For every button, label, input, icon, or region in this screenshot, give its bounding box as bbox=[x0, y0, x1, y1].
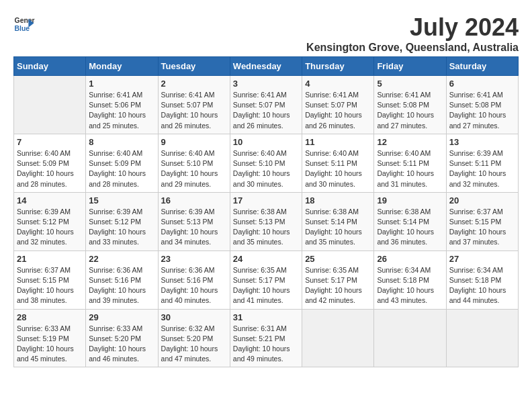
weekday-header-tuesday: Tuesday bbox=[158, 57, 230, 76]
day-number: 30 bbox=[161, 312, 227, 322]
day-number: 20 bbox=[449, 195, 515, 205]
day-number: 3 bbox=[233, 79, 299, 89]
day-info: Sunrise: 6:41 AM Sunset: 5:07 PM Dayligh… bbox=[161, 90, 227, 131]
calendar-cell: 30Sunrise: 6:32 AM Sunset: 5:20 PM Dayli… bbox=[158, 309, 230, 367]
weekday-header-thursday: Thursday bbox=[302, 57, 374, 76]
day-number: 4 bbox=[305, 79, 371, 89]
calendar-cell: 24Sunrise: 6:35 AM Sunset: 5:17 PM Dayli… bbox=[230, 250, 302, 309]
calendar-cell: 29Sunrise: 6:33 AM Sunset: 5:20 PM Dayli… bbox=[86, 309, 158, 367]
calendar-cell: 2Sunrise: 6:41 AM Sunset: 5:07 PM Daylig… bbox=[158, 76, 230, 134]
calendar-week-2: 7Sunrise: 6:40 AM Sunset: 5:09 PM Daylig… bbox=[14, 134, 519, 192]
weekday-header-friday: Friday bbox=[374, 57, 446, 76]
day-info: Sunrise: 6:40 AM Sunset: 5:11 PM Dayligh… bbox=[305, 148, 371, 189]
day-info: Sunrise: 6:36 AM Sunset: 5:16 PM Dayligh… bbox=[89, 265, 154, 306]
day-info: Sunrise: 6:37 AM Sunset: 5:15 PM Dayligh… bbox=[17, 265, 83, 306]
day-number: 25 bbox=[305, 254, 371, 264]
title-block: July 2024 Kensington Grove, Queensland, … bbox=[306, 13, 519, 54]
day-info: Sunrise: 6:39 AM Sunset: 5:13 PM Dayligh… bbox=[161, 207, 227, 248]
day-info: Sunrise: 6:39 AM Sunset: 5:11 PM Dayligh… bbox=[449, 148, 515, 189]
calendar-cell: 1Sunrise: 6:41 AM Sunset: 5:06 PM Daylig… bbox=[86, 76, 158, 134]
day-info: Sunrise: 6:41 AM Sunset: 5:07 PM Dayligh… bbox=[305, 90, 371, 131]
day-number: 29 bbox=[89, 312, 154, 322]
day-info: Sunrise: 6:39 AM Sunset: 5:12 PM Dayligh… bbox=[89, 207, 154, 248]
calendar-cell: 22Sunrise: 6:36 AM Sunset: 5:16 PM Dayli… bbox=[86, 250, 158, 309]
day-info: Sunrise: 6:34 AM Sunset: 5:18 PM Dayligh… bbox=[377, 265, 443, 306]
calendar-cell: 6Sunrise: 6:41 AM Sunset: 5:08 PM Daylig… bbox=[446, 76, 518, 134]
calendar-cell: 19Sunrise: 6:38 AM Sunset: 5:14 PM Dayli… bbox=[374, 192, 446, 250]
day-number: 31 bbox=[233, 312, 299, 322]
calendar-cell bbox=[446, 309, 518, 367]
calendar-week-3: 14Sunrise: 6:39 AM Sunset: 5:12 PM Dayli… bbox=[14, 192, 519, 250]
day-number: 10 bbox=[233, 137, 299, 147]
calendar-table: SundayMondayTuesdayWednesdayThursdayFrid… bbox=[13, 56, 519, 367]
calendar-cell: 5Sunrise: 6:41 AM Sunset: 5:08 PM Daylig… bbox=[374, 76, 446, 134]
calendar-cell: 17Sunrise: 6:38 AM Sunset: 5:13 PM Dayli… bbox=[230, 192, 302, 250]
day-info: Sunrise: 6:41 AM Sunset: 5:07 PM Dayligh… bbox=[233, 90, 299, 131]
day-number: 27 bbox=[449, 254, 515, 264]
calendar-cell: 16Sunrise: 6:39 AM Sunset: 5:13 PM Dayli… bbox=[158, 192, 230, 250]
day-number: 7 bbox=[17, 137, 83, 147]
location-subtitle: Kensington Grove, Queensland, Australia bbox=[306, 42, 519, 54]
calendar-cell: 31Sunrise: 6:31 AM Sunset: 5:21 PM Dayli… bbox=[230, 309, 302, 367]
calendar-cell: 20Sunrise: 6:37 AM Sunset: 5:15 PM Dayli… bbox=[446, 192, 518, 250]
calendar-cell: 25Sunrise: 6:35 AM Sunset: 5:17 PM Dayli… bbox=[302, 250, 374, 309]
page-header: General Blue July 2024 Kensington Grove,… bbox=[13, 13, 519, 54]
calendar-cell: 13Sunrise: 6:39 AM Sunset: 5:11 PM Dayli… bbox=[446, 134, 518, 192]
day-number: 19 bbox=[377, 195, 443, 205]
calendar-cell bbox=[374, 309, 446, 367]
day-info: Sunrise: 6:39 AM Sunset: 5:12 PM Dayligh… bbox=[17, 207, 83, 248]
day-number: 13 bbox=[449, 137, 515, 147]
day-number: 24 bbox=[233, 254, 299, 264]
day-number: 14 bbox=[17, 195, 83, 205]
day-info: Sunrise: 6:34 AM Sunset: 5:18 PM Dayligh… bbox=[449, 265, 515, 306]
day-info: Sunrise: 6:41 AM Sunset: 5:08 PM Dayligh… bbox=[449, 90, 515, 131]
day-info: Sunrise: 6:35 AM Sunset: 5:17 PM Dayligh… bbox=[305, 265, 371, 306]
calendar-cell: 3Sunrise: 6:41 AM Sunset: 5:07 PM Daylig… bbox=[230, 76, 302, 134]
day-info: Sunrise: 6:31 AM Sunset: 5:21 PM Dayligh… bbox=[233, 324, 299, 365]
day-info: Sunrise: 6:33 AM Sunset: 5:19 PM Dayligh… bbox=[17, 324, 83, 365]
day-number: 26 bbox=[377, 254, 443, 264]
day-info: Sunrise: 6:32 AM Sunset: 5:20 PM Dayligh… bbox=[161, 324, 227, 365]
calendar-cell bbox=[302, 309, 374, 367]
calendar-cell: 11Sunrise: 6:40 AM Sunset: 5:11 PM Dayli… bbox=[302, 134, 374, 192]
day-info: Sunrise: 6:40 AM Sunset: 5:11 PM Dayligh… bbox=[377, 148, 443, 189]
calendar-cell: 7Sunrise: 6:40 AM Sunset: 5:09 PM Daylig… bbox=[14, 134, 86, 192]
day-number: 23 bbox=[161, 254, 227, 264]
weekday-header-monday: Monday bbox=[86, 57, 158, 76]
day-info: Sunrise: 6:33 AM Sunset: 5:20 PM Dayligh… bbox=[89, 324, 154, 365]
day-number: 21 bbox=[17, 254, 83, 264]
day-number: 17 bbox=[233, 195, 299, 205]
day-number: 16 bbox=[161, 195, 227, 205]
calendar-cell: 14Sunrise: 6:39 AM Sunset: 5:12 PM Dayli… bbox=[14, 192, 86, 250]
calendar-cell: 15Sunrise: 6:39 AM Sunset: 5:12 PM Dayli… bbox=[86, 192, 158, 250]
calendar-week-4: 21Sunrise: 6:37 AM Sunset: 5:15 PM Dayli… bbox=[14, 250, 519, 309]
calendar-cell: 27Sunrise: 6:34 AM Sunset: 5:18 PM Dayli… bbox=[446, 250, 518, 309]
day-number: 5 bbox=[377, 79, 443, 89]
day-number: 12 bbox=[377, 137, 443, 147]
day-info: Sunrise: 6:38 AM Sunset: 5:13 PM Dayligh… bbox=[233, 207, 299, 248]
calendar-cell: 18Sunrise: 6:38 AM Sunset: 5:14 PM Dayli… bbox=[302, 192, 374, 250]
calendar-cell: 8Sunrise: 6:40 AM Sunset: 5:09 PM Daylig… bbox=[86, 134, 158, 192]
svg-text:Blue: Blue bbox=[15, 25, 30, 32]
calendar-cell: 23Sunrise: 6:36 AM Sunset: 5:16 PM Dayli… bbox=[158, 250, 230, 309]
day-info: Sunrise: 6:40 AM Sunset: 5:10 PM Dayligh… bbox=[161, 148, 227, 189]
day-info: Sunrise: 6:36 AM Sunset: 5:16 PM Dayligh… bbox=[161, 265, 227, 306]
logo-icon: General Blue bbox=[13, 13, 35, 35]
day-number: 22 bbox=[89, 254, 154, 264]
weekday-header-wednesday: Wednesday bbox=[230, 57, 302, 76]
calendar-cell: 9Sunrise: 6:40 AM Sunset: 5:10 PM Daylig… bbox=[158, 134, 230, 192]
calendar-cell bbox=[14, 76, 86, 134]
weekday-header-sunday: Sunday bbox=[14, 57, 86, 76]
day-number: 1 bbox=[89, 79, 154, 89]
day-number: 8 bbox=[89, 137, 154, 147]
calendar-cell: 12Sunrise: 6:40 AM Sunset: 5:11 PM Dayli… bbox=[374, 134, 446, 192]
day-info: Sunrise: 6:40 AM Sunset: 5:09 PM Dayligh… bbox=[17, 148, 83, 189]
day-info: Sunrise: 6:35 AM Sunset: 5:17 PM Dayligh… bbox=[233, 265, 299, 306]
day-info: Sunrise: 6:41 AM Sunset: 5:08 PM Dayligh… bbox=[377, 90, 443, 131]
weekday-header-saturday: Saturday bbox=[446, 57, 518, 76]
day-number: 15 bbox=[89, 195, 154, 205]
day-info: Sunrise: 6:40 AM Sunset: 5:10 PM Dayligh… bbox=[233, 148, 299, 189]
calendar-cell: 26Sunrise: 6:34 AM Sunset: 5:18 PM Dayli… bbox=[374, 250, 446, 309]
calendar-week-5: 28Sunrise: 6:33 AM Sunset: 5:19 PM Dayli… bbox=[14, 309, 519, 367]
calendar-cell: 4Sunrise: 6:41 AM Sunset: 5:07 PM Daylig… bbox=[302, 76, 374, 134]
